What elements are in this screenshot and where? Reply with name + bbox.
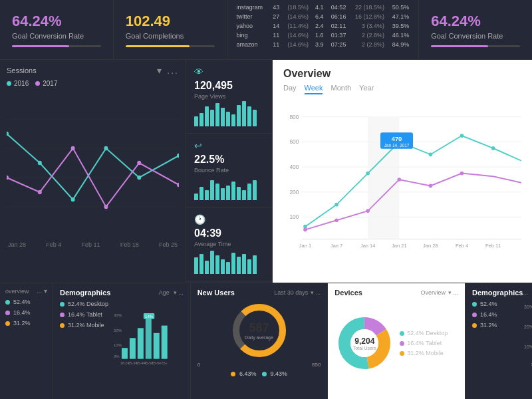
demo-dot-mobile bbox=[60, 323, 65, 328]
devices-label-tablet: 16.4% Tablet bbox=[407, 340, 442, 346]
bounce-rate-value: 22.5% bbox=[194, 154, 264, 166]
devices-dots: ▾ ... bbox=[448, 289, 458, 296]
demographics-card-2: Demographics ... 52.4% 16.4% 31.2% bbox=[466, 283, 532, 399]
legend-2017: 2017 bbox=[35, 80, 57, 87]
tab-month[interactable]: Month bbox=[331, 84, 351, 94]
svg-rect-60 bbox=[162, 326, 168, 359]
demo2-legend-desktop: 52.4% bbox=[472, 301, 519, 307]
goal-completions-label: Goal Completions bbox=[126, 32, 215, 40]
svg-text:600: 600 bbox=[289, 138, 299, 145]
mini-bar-segment bbox=[247, 184, 251, 200]
svg-text:Jan 7: Jan 7 bbox=[331, 243, 342, 249]
new-users-timerange[interactable]: Last 30 days bbox=[274, 289, 308, 296]
x-label-0: Jan 28 bbox=[8, 241, 26, 248]
mini-bar-segment bbox=[231, 182, 235, 200]
legend-2016: 2016 bbox=[7, 80, 29, 87]
mini-bar-segment bbox=[247, 106, 251, 126]
avg-time-card: 🕐 04:39 Average Time bbox=[186, 207, 272, 281]
svg-text:30%: 30% bbox=[114, 313, 122, 317]
demo-label-desktop: 52.4% Desktop bbox=[68, 301, 108, 307]
svg-point-33 bbox=[460, 134, 464, 138]
demo2-legend-mobile: 31.2% bbox=[472, 322, 519, 329]
mini-dot-desktop bbox=[5, 300, 10, 305]
goal-conversion-label: Goal Conversion Rate bbox=[12, 32, 101, 40]
devices-legend-mobile: 31.2% Mobile bbox=[400, 350, 448, 356]
sessions-panel: Sessions ▾ ... 2016 2017 bbox=[0, 60, 186, 283]
mini-bar-segment bbox=[221, 259, 225, 274]
goal-conversion-card: 64.24% Goal Conversion Rate bbox=[0, 0, 114, 59]
goal-conversion-metric: 64.24% bbox=[12, 13, 101, 30]
overview-mini-card: overview ... ▾ 52.4% 16.4% 31.2% bbox=[0, 283, 53, 399]
x-label-2: Feb 11 bbox=[81, 241, 100, 248]
x-label-4: Feb 25 bbox=[159, 241, 178, 248]
sessions-legend: 2016 2017 bbox=[7, 80, 179, 87]
svg-text:Jan 14, 2017: Jan 14, 2017 bbox=[384, 143, 409, 148]
svg-text:30%: 30% bbox=[524, 305, 532, 309]
x-label-1: Feb 4 bbox=[46, 241, 61, 248]
demographics-title: Demographics bbox=[60, 289, 110, 297]
legend-dot-2017 bbox=[35, 81, 40, 86]
demo2-label-mobile: 31.2% bbox=[480, 322, 497, 329]
svg-rect-58 bbox=[146, 318, 152, 358]
svg-text:20%: 20% bbox=[114, 329, 122, 332]
new-users-content: 587 Daily average 0 850 6.43% 9.43% bbox=[198, 301, 321, 377]
svg-text:65+: 65+ bbox=[162, 361, 168, 365]
mini-bar-segment bbox=[215, 255, 219, 274]
overview-mini-dots: ... ▾ bbox=[37, 287, 47, 295]
demographics-legend: 52.4% Desktop 16.4% Tablet 31.2% Mobile bbox=[60, 301, 108, 386]
mini-bar-segment bbox=[231, 114, 235, 126]
overview-chart: 800 600 400 200 100 bbox=[283, 100, 521, 259]
devices-subtitle[interactable]: Overview bbox=[420, 289, 446, 296]
sessions-x-labels: Jan 28 Feb 4 Feb 11 Feb 18 Feb 25 bbox=[7, 241, 179, 248]
mini-bar-segment bbox=[237, 105, 241, 126]
demo-legend-desktop: 52.4% Desktop bbox=[60, 301, 108, 307]
top-bar: 64.24% Goal Conversion Rate 102.49 Goal … bbox=[0, 0, 532, 60]
devices-legend-tablet: 16.4% Tablet bbox=[400, 340, 448, 346]
mini-bar-segment bbox=[200, 187, 203, 200]
new-users-card: New Users Last 30 days ▾ ... 587 Daily a… bbox=[191, 283, 329, 399]
demo-label-mobile: 31.2% Mobile bbox=[68, 322, 104, 329]
tab-week[interactable]: Week bbox=[305, 84, 323, 94]
demographics-controls: Age ▾ ... bbox=[159, 289, 184, 296]
svg-point-14 bbox=[137, 161, 141, 166]
main-content: Sessions ▾ ... 2016 2017 bbox=[0, 60, 532, 283]
mini-bar-segment bbox=[226, 112, 230, 126]
svg-text:200: 200 bbox=[289, 189, 299, 196]
page-views-value: 120,495 bbox=[194, 80, 264, 92]
svg-point-29 bbox=[334, 203, 338, 207]
mini-bar-segment bbox=[253, 255, 257, 274]
devices-dot-tablet bbox=[400, 341, 404, 346]
devices-legend: 52.4% Desktop 16.4% Tablet 31.2% Mobile bbox=[400, 330, 448, 356]
tab-year[interactable]: Year bbox=[359, 84, 374, 94]
new-users-range: 0 850 bbox=[198, 362, 321, 368]
new-users-min: 0 bbox=[198, 362, 200, 368]
new-users-number: 587 bbox=[245, 321, 273, 335]
overview-tabs[interactable]: Day Week Month Year bbox=[283, 84, 521, 94]
bounce-rate-card: ↩ 22.5% Bounce Rate bbox=[186, 134, 272, 207]
svg-point-8 bbox=[137, 176, 141, 180]
mini-bar-segment bbox=[231, 253, 235, 274]
mini-bar-segment bbox=[200, 254, 203, 274]
svg-point-36 bbox=[334, 218, 338, 222]
mini-bar-segment bbox=[205, 261, 209, 274]
devices-card: Devices Overview ▾ ... 9,204 bbox=[328, 283, 466, 399]
overview-mini-title: overview bbox=[5, 288, 29, 295]
bounce-icon: ↩ bbox=[194, 140, 264, 151]
mini-legend-tablet: 16.4% bbox=[5, 309, 52, 316]
right-goal-progress bbox=[431, 45, 520, 47]
overview-mini-header: overview ... ▾ bbox=[5, 287, 47, 295]
mini-bar-segment bbox=[205, 190, 209, 200]
devices-label-mobile: 31.2% Mobile bbox=[407, 350, 444, 356]
bottom-row: overview ... ▾ 52.4% 16.4% 31.2% Demogra… bbox=[0, 283, 532, 399]
svg-point-7 bbox=[104, 146, 108, 151]
svg-point-6 bbox=[71, 198, 75, 202]
demo-dot-desktop bbox=[60, 302, 65, 307]
new-users-max: 850 bbox=[312, 362, 321, 368]
mini-bar-segment bbox=[210, 251, 214, 274]
devices-dot-desktop bbox=[400, 331, 404, 336]
page-views-chart bbox=[194, 100, 264, 126]
tab-day[interactable]: Day bbox=[283, 84, 297, 94]
mini-legend-mobile: 31.2% bbox=[5, 320, 52, 327]
goal-completions-progress bbox=[126, 45, 215, 47]
mini-bar-segment bbox=[242, 190, 246, 200]
